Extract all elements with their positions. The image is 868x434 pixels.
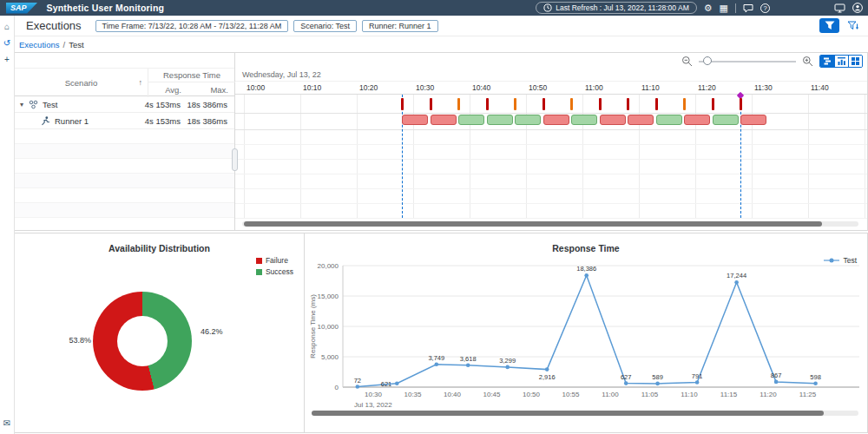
table-row-runner-1[interactable]: Runner 1 4s 153ms 18s 386ms xyxy=(15,113,234,129)
data-point-label: 3,618 xyxy=(460,355,477,363)
scenario-avg-value: 4s 153ms xyxy=(145,100,181,109)
breadcrumb-link-executions[interactable]: Executions xyxy=(19,40,59,49)
app-finder-grid-icon[interactable]: ▦ xyxy=(720,3,728,13)
data-point[interactable] xyxy=(774,380,779,385)
execution-marker-error[interactable] xyxy=(401,98,404,110)
zoom-out-icon[interactable] xyxy=(681,56,693,67)
execution-marker-warning[interactable] xyxy=(570,98,573,110)
gantt-time-axis: 10:0010:1010:2010:3010:4010:5011:0011:10… xyxy=(235,82,867,95)
execution-bar-failure[interactable] xyxy=(543,115,569,125)
legend-swatch xyxy=(256,258,262,264)
execution-marker-warning[interactable] xyxy=(683,98,686,110)
filter-bar: Executions Time Frame: 7/13/22, 10:28 AM… xyxy=(15,16,868,36)
column-header-scenario[interactable]: Scenario ↑ xyxy=(15,69,148,97)
table-empty-row xyxy=(15,144,234,159)
data-point-label: 18,386 xyxy=(576,265,596,273)
mail-icon[interactable]: ✉ xyxy=(3,419,10,428)
table-empty-row xyxy=(15,159,234,174)
time-axis-label: 10:20 xyxy=(359,83,378,92)
availability-legend: FailureSuccess xyxy=(256,256,293,279)
y-tick-label: 5,000 xyxy=(321,353,339,361)
gantt-view-button[interactable] xyxy=(820,56,834,67)
collapse-arrow-icon[interactable]: ▾ xyxy=(20,101,23,108)
data-point[interactable] xyxy=(435,363,439,367)
add-icon[interactable]: + xyxy=(4,56,10,64)
display-icon[interactable] xyxy=(834,3,845,13)
last-refresh-badge[interactable]: Last Refresh : Jul 13, 2022, 11:28:00 AM xyxy=(536,2,696,14)
data-point[interactable] xyxy=(813,382,818,386)
zoom-slider-handle[interactable] xyxy=(703,56,712,65)
help-icon[interactable]: ? xyxy=(760,3,770,13)
execution-marker-error[interactable] xyxy=(542,98,545,110)
execution-marker-error[interactable] xyxy=(740,98,742,110)
splitter-grip[interactable] xyxy=(232,148,238,171)
data-point[interactable] xyxy=(624,381,628,385)
zoom-in-icon[interactable] xyxy=(802,56,813,67)
execution-bar-success[interactable] xyxy=(656,115,682,125)
time-axis-label: 11:30 xyxy=(754,83,773,92)
shell-divider xyxy=(735,3,736,13)
data-point[interactable] xyxy=(395,381,399,385)
table-view-button[interactable] xyxy=(848,56,862,67)
legend-item-failure[interactable]: Failure xyxy=(256,256,293,265)
execution-marker-error[interactable] xyxy=(486,98,489,110)
execution-marker-warning[interactable] xyxy=(457,98,460,110)
data-point[interactable] xyxy=(655,382,660,386)
column-header-avg[interactable]: Avg. xyxy=(148,82,181,97)
x-tick-label: 11:25 xyxy=(799,391,817,398)
feedback-bubble-icon[interactable] xyxy=(743,3,753,13)
data-point[interactable] xyxy=(584,273,589,278)
chart-view-button[interactable] xyxy=(834,56,848,67)
scenario-header-label: Scenario xyxy=(65,78,98,88)
execution-bar-failure[interactable] xyxy=(684,115,710,125)
adapt-filters-icon[interactable] xyxy=(847,21,859,31)
execution-bar-failure[interactable] xyxy=(600,115,626,125)
table-row-scenario-test[interactable]: ▾ Test 4s 153ms 18s 386ms xyxy=(15,96,234,113)
filter-chip[interactable]: Runner: Runner 1 xyxy=(362,20,438,32)
data-point[interactable] xyxy=(545,367,549,372)
data-point[interactable] xyxy=(356,385,360,389)
history-icon[interactable]: ↺ xyxy=(3,39,10,48)
filter-chip[interactable]: Scenario: Test xyxy=(293,20,357,32)
execution-bar-failure[interactable] xyxy=(628,115,654,125)
gantt-hscrollbar[interactable] xyxy=(242,221,858,227)
user-avatar-icon[interactable] xyxy=(852,3,863,13)
x-tick-label: 10:35 xyxy=(404,391,422,398)
zoom-slider[interactable] xyxy=(699,56,796,67)
execution-marker-error[interactable] xyxy=(712,98,714,110)
chart-view-icon xyxy=(837,56,846,66)
filter-chip[interactable]: Time Frame: 7/13/22, 10:28 AM - 7/13/22,… xyxy=(95,20,289,32)
response-hscrollbar-thumb[interactable] xyxy=(312,411,824,416)
column-header-max[interactable]: Max. xyxy=(181,82,228,97)
data-point[interactable] xyxy=(734,280,739,285)
execution-marker-error[interactable] xyxy=(627,98,629,110)
breadcrumb: Executions / Test xyxy=(15,36,868,52)
execution-bar-success[interactable] xyxy=(515,115,541,125)
data-point[interactable] xyxy=(466,363,470,367)
response-hscrollbar[interactable] xyxy=(312,411,858,416)
filter-button[interactable] xyxy=(819,18,839,33)
execution-marker-warning[interactable] xyxy=(514,98,516,110)
execution-bar-failure[interactable] xyxy=(740,115,766,125)
availability-donut[interactable] xyxy=(93,292,192,391)
execution-bar-failure[interactable] xyxy=(402,115,428,125)
settings-gear-icon[interactable]: ⚙ xyxy=(704,3,713,13)
execution-bar-success[interactable] xyxy=(571,115,597,125)
data-point[interactable] xyxy=(505,365,510,370)
last-refresh-text: Last Refresh : Jul 13, 2022, 11:28:00 AM xyxy=(556,3,688,12)
gantt-view-icon xyxy=(823,56,832,66)
execution-bar-success[interactable] xyxy=(458,115,484,125)
sap-logo[interactable]: SAP xyxy=(6,3,38,14)
execution-marker-error[interactable] xyxy=(599,98,602,110)
y-axis-title: Response Time (ms) xyxy=(309,294,317,358)
execution-marker-error[interactable] xyxy=(655,98,658,110)
data-point-label: 3,749 xyxy=(428,354,444,362)
execution-marker-error[interactable] xyxy=(430,98,432,110)
legend-item-success[interactable]: Success xyxy=(256,267,293,276)
execution-bar-success[interactable] xyxy=(713,115,739,125)
execution-bar-failure[interactable] xyxy=(431,115,457,125)
data-point[interactable] xyxy=(695,380,700,385)
gantt-hscrollbar-thumb[interactable] xyxy=(244,221,822,227)
home-icon[interactable]: ⌂ xyxy=(4,23,10,31)
execution-bar-success[interactable] xyxy=(487,115,513,125)
